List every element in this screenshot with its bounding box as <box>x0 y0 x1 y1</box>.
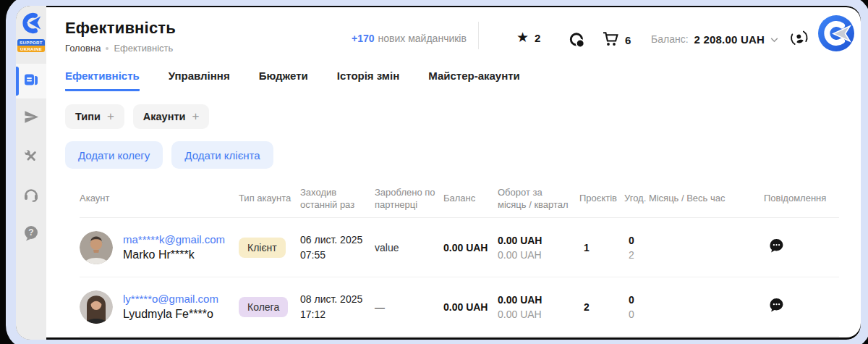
tab-efficiency[interactable]: Ефективність <box>65 70 140 91</box>
account-type-badge: Клієнт <box>239 238 286 258</box>
star-icon: ★ <box>516 30 529 45</box>
tab-bar: Ефективність Управління Бюджети Історія … <box>65 70 841 91</box>
sidebar: SUPPORT UKRAINE <box>16 6 46 340</box>
table-row: ma*****k@gmail.com Marko Hr****k Клієнт … <box>80 218 839 277</box>
last-visit-date: 06 лист. 2025 <box>300 232 375 248</box>
tab-history[interactable]: Історія змін <box>337 70 399 91</box>
filter-types[interactable]: Типи + <box>65 104 124 129</box>
turnover-quarter: 0.00 UAH <box>498 249 579 261</box>
filter-types-label: Типи <box>75 111 101 122</box>
account-email-link[interactable]: ma*****k@gmail.com <box>123 233 225 246</box>
col-projects: Проєктів <box>579 193 624 205</box>
feed-icon <box>22 71 40 91</box>
support-label: SUPPORT <box>17 39 45 46</box>
balance-label: Баланс: <box>651 33 689 45</box>
voice-notification-icon[interactable] <box>790 29 809 51</box>
deals-total: 0 <box>629 309 764 320</box>
account-type-badge: Колега <box>239 297 288 317</box>
tab-master-accounts[interactable]: Майстер-акаунти <box>428 70 520 91</box>
col-type: Тип акаунта <box>239 193 300 205</box>
deals-month: 0 <box>629 294 764 306</box>
account-name: Marko Hr****k <box>123 248 225 261</box>
svg-text:?: ? <box>28 227 33 238</box>
turnover-quarter: 0.00 UAH <box>498 309 579 320</box>
sidebar-item-send[interactable] <box>16 101 46 135</box>
col-turnover: Оборот за місяць / квартал <box>498 187 579 211</box>
turnover-month: 0.00 UAH <box>498 235 579 246</box>
account-email-link[interactable]: ly*****o@gmail.com <box>123 293 218 305</box>
breadcrumb-separator <box>106 47 109 50</box>
brand-c-arrow-icon <box>20 12 43 38</box>
col-balance: Баланс <box>443 193 498 205</box>
action-bar: Додати колегу Додати клієнта <box>65 141 841 169</box>
cart-count: 6 <box>625 34 631 46</box>
add-client-button[interactable]: Додати клієнта <box>171 141 273 169</box>
paper-plane-icon <box>23 109 40 128</box>
projects-count: 1 <box>579 242 624 253</box>
topbar: Ефективність Головна Ефективність +170но… <box>65 6 841 67</box>
sidebar-item-feed[interactable] <box>16 64 46 98</box>
col-deals: Угод. Місяць / Весь час <box>624 193 764 205</box>
tools-icon <box>23 148 40 167</box>
sidebar-item-tools[interactable] <box>16 140 46 175</box>
table-row: ly*****o@gmail.com Lyudmyla Fe****o Коле… <box>80 277 839 337</box>
last-visit-time: 17:12 <box>300 307 375 322</box>
col-earned: Зароблено по партнерці <box>375 187 443 211</box>
last-visit-date: 08 лист. 2025 <box>300 292 375 307</box>
brand-logo: SUPPORT UKRAINE <box>16 12 46 52</box>
balance-value: 2 208.00 UAH <box>694 33 765 46</box>
chat-button[interactable] <box>569 32 586 52</box>
main-content: Ефективність Головна Ефективність +170но… <box>46 6 861 340</box>
cart-button[interactable]: 6 <box>602 30 631 50</box>
plus-icon: + <box>107 109 114 124</box>
col-account: Акаунт <box>80 193 239 205</box>
balance-dropdown[interactable]: Баланс: 2 208.00 UAH <box>651 33 778 46</box>
sidebar-item-support[interactable] <box>16 178 46 213</box>
deals-month: 0 <box>629 235 764 246</box>
plus-icon: + <box>192 109 199 124</box>
new-platforms-count: +170 <box>352 33 375 44</box>
col-messages: Повідомлення <box>764 193 839 205</box>
message-bubble-icon[interactable] <box>768 238 785 257</box>
tab-management[interactable]: Управління <box>169 70 230 91</box>
ukraine-label: UKRAINE <box>17 46 45 52</box>
favorites-count: 2 <box>535 32 540 44</box>
app-window: SUPPORT UKRAINE <box>6 0 868 344</box>
new-platforms-link[interactable]: +170нових майданчиків <box>352 33 467 44</box>
sidebar-item-help[interactable]: ? <box>16 217 46 252</box>
accounts-table: Акаунт Тип акаунта Заходив останній раз … <box>80 180 839 337</box>
deals-total: 2 <box>629 249 764 261</box>
avatar <box>80 290 113 324</box>
topbar-divider <box>478 22 479 49</box>
account-name: Lyudmyla Fe****o <box>123 308 218 321</box>
breadcrumb-current: Ефективність <box>114 43 173 54</box>
message-bubble-icon[interactable] <box>768 297 785 316</box>
filter-accounts[interactable]: Акаунти + <box>133 104 210 129</box>
support-ukraine-badge: SUPPORT UKRAINE <box>17 39 45 52</box>
tab-budgets[interactable]: Бюджети <box>259 70 308 91</box>
add-colleague-button[interactable]: Додати колегу <box>65 141 163 169</box>
profile-logo-button[interactable] <box>817 14 855 52</box>
balance-cell: 0.00 UAH <box>443 301 498 313</box>
filter-bar: Типи + Акаунти + <box>65 104 841 129</box>
balance-cell: 0.00 UAH <box>443 242 498 253</box>
table-header: Акаунт Тип акаунта Заходив останній раз … <box>80 180 839 218</box>
help-bubble-icon: ? <box>22 225 40 245</box>
chevron-down-icon <box>770 33 778 46</box>
earned-value: — <box>375 301 443 313</box>
avatar <box>80 231 113 264</box>
breadcrumb-home[interactable]: Головна <box>65 43 101 54</box>
favorites-button[interactable]: ★ 2 <box>516 30 540 45</box>
filter-accounts-label: Акаунти <box>143 111 186 122</box>
new-platforms-label: нових майданчиків <box>378 33 467 44</box>
cart-icon <box>602 30 619 50</box>
turnover-month: 0.00 UAH <box>498 294 579 306</box>
projects-count: 2 <box>579 301 624 313</box>
last-visit-time: 07:55 <box>300 248 375 263</box>
headphones-icon <box>22 185 40 206</box>
chat-bubble-icon <box>569 32 586 52</box>
col-last-visit: Заходив останній раз <box>300 187 375 211</box>
earned-value: value <box>375 242 443 253</box>
